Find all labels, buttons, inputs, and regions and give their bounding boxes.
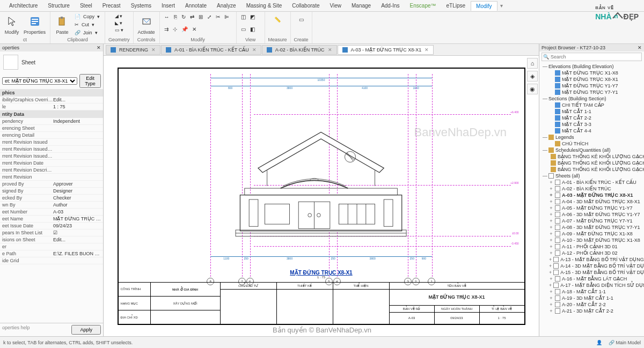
tree-item[interactable]: BẢNG THỐNG KÊ KHỐI LƯỢNG GẠCH ỐNG T... — [541, 160, 643, 166]
view-btn1[interactable]: ◫ — [240, 13, 247, 21]
tree-item[interactable]: —Legends — [541, 134, 643, 140]
nav-wheel-icon[interactable]: ◉ — [527, 84, 538, 94]
tree-item[interactable]: +A-08 - 3D MẶT ĐỨNG TRỤC Y7-Y1 — [541, 224, 643, 231]
tab-steel[interactable]: Steel — [75, 1, 97, 10]
geom-btn3[interactable]: ▭ ▾ — [113, 27, 126, 33]
cat-identity[interactable]: ntity Data — [0, 110, 103, 118]
prop-row[interactable]: erencing Sheet — [0, 125, 103, 132]
tree-twisty-icon[interactable]: + — [549, 270, 552, 275]
copy-button[interactable]: 📄 Copy ▾ — [73, 13, 101, 20]
mod-mirror[interactable]: ⇄ — [189, 13, 195, 21]
mod-scale[interactable]: ⤢ — [206, 13, 213, 21]
prop-value[interactable]: 09/24/23 — [53, 223, 101, 228]
properties-help[interactable]: operties help — [2, 325, 71, 335]
mod-del[interactable]: ✕ — [191, 25, 197, 33]
tree-twisty-icon[interactable]: + — [549, 244, 553, 249]
tab-massing[interactable]: Massing & Site — [241, 1, 287, 10]
tree-item[interactable]: —Elevations (Building Elevation) — [541, 63, 643, 70]
tree-item[interactable]: BẢNG THỐNG KÊ KHỐI LƯỢNG GẠCH ỐNG T... — [541, 166, 643, 173]
prop-value[interactable] — [53, 160, 101, 166]
tree-item[interactable]: MẶT CẮT 3-3 — [541, 121, 643, 128]
doc-tab-a01[interactable]: A-01 - BÌA KIẾN TRÚC - KẾT CẤU✕ — [161, 45, 261, 55]
prop-row[interactable]: le1 : 75 — [0, 103, 103, 110]
mod-rotate[interactable]: ↻ — [180, 13, 187, 21]
tree-twisty-icon[interactable]: + — [549, 257, 552, 262]
status-icon[interactable]: 👤 — [596, 340, 602, 345]
view-btn2[interactable]: ◩ — [249, 13, 256, 21]
tree-twisty-icon[interactable]: + — [549, 238, 553, 243]
tree-twisty-icon[interactable]: + — [549, 212, 553, 217]
cut-button[interactable]: ✂ Cut ▾ — [73, 21, 101, 28]
prop-row[interactable]: isions on SheetEdit... — [0, 236, 103, 243]
tree-item[interactable]: BẢNG THỐNG KÊ KHỐI LƯỢNG GẠCH THẺ T... — [541, 153, 643, 160]
tree-item[interactable]: +A-10 - 3D MẶT ĐỨNG TRỤC X1-X8 — [541, 237, 643, 243]
prop-row[interactable]: rrent Revision Descripti... — [0, 167, 103, 174]
tree-item[interactable]: MẶT ĐỨNG TRỤC Y1-Y7 — [541, 83, 643, 89]
doc-tab-rendering[interactable]: RENDERING✕ — [106, 45, 160, 55]
tree-twisty-icon[interactable]: + — [549, 295, 553, 301]
prop-value[interactable]: Approver — [53, 181, 101, 187]
prop-row[interactable]: rrent Revision Issued — [0, 139, 103, 146]
prop-row[interactable]: rrent Revision Date — [0, 160, 103, 167]
prop-row[interactable]: proved ByApprover — [0, 181, 103, 188]
prop-row[interactable]: rrent Revision Issued By — [0, 146, 103, 153]
tree-item[interactable]: MẶT ĐỨNG TRỤC X1-X8 — [541, 70, 643, 76]
tree-twisty-icon[interactable]: + — [549, 276, 553, 282]
tree-item[interactable]: +A-02 - BÌA KIẾN TRÚC — [541, 186, 643, 192]
tree-twisty-icon[interactable]: + — [549, 231, 553, 236]
tree-twisty-icon[interactable]: — — [543, 96, 547, 101]
tree-twisty-icon[interactable]: — — [543, 147, 547, 153]
tree-item[interactable]: MẶT ĐỨNG TRỤC X8-X1 — [541, 76, 643, 83]
measure-button[interactable]: 📏 — [271, 13, 284, 26]
tree-item[interactable]: +A-05 - MẶT ĐỨNG TRỤC Y1-Y7 — [541, 205, 643, 211]
cat-graphics[interactable]: phics — [0, 89, 103, 97]
tab-expand-icon[interactable]: ▾ — [500, 3, 503, 9]
geom-btn2[interactable]: ◣ ▾ — [113, 20, 126, 26]
apply-button[interactable]: Apply — [71, 325, 101, 335]
tree-item[interactable]: +A-14 - 3D MẶT BẰNG BỐ TRÍ VẬT DỤNG — [541, 263, 643, 269]
tab-modify[interactable]: Modify — [471, 1, 497, 11]
prop-value[interactable] — [53, 174, 101, 180]
prop-value[interactable] — [53, 153, 101, 159]
tree-twisty-icon[interactable]: + — [549, 263, 552, 269]
tree-item[interactable]: +A-06 - 3D MẶT ĐỨNG TRỤC Y1-Y7 — [541, 211, 643, 218]
tree-twisty-icon[interactable]: + — [549, 180, 553, 185]
mod-copy[interactable]: ⎘ — [173, 13, 178, 21]
tab-etlipse[interactable]: eTLipse — [442, 1, 471, 10]
prop-value[interactable]: Author — [53, 202, 101, 208]
tree-item[interactable]: —Sheets (all) — [541, 173, 643, 179]
prop-value[interactable]: E:\Z. FILES BUON BAN\NH... — [53, 251, 101, 256]
prop-value[interactable]: A-03 — [53, 209, 101, 214]
tree-twisty-icon[interactable]: + — [549, 199, 553, 204]
tree-item[interactable]: CHÚ THÍCH — [541, 140, 643, 147]
view-btn3[interactable]: ▭ — [240, 25, 247, 33]
prop-row[interactable]: eet Issue Date09/24/23 — [0, 223, 103, 229]
prop-row[interactable]: erencing Detail — [0, 132, 103, 139]
tree-item[interactable]: —Schedules/Quantities (all) — [541, 147, 643, 153]
join-button[interactable]: 🔗 Join ▾ — [73, 29, 101, 36]
close-icon[interactable]: ✕ — [252, 47, 257, 53]
main-model-button[interactable]: 🔗 Main Model — [609, 340, 641, 345]
paste-button[interactable]: Paste — [54, 13, 71, 36]
tab-insert[interactable]: Insert — [157, 1, 180, 10]
prop-row[interactable]: rrent Revision — [0, 174, 103, 181]
type-selector[interactable]: Sheet — [21, 60, 35, 65]
tree-twisty-icon[interactable]: + — [549, 302, 553, 307]
mod-array[interactable]: ⊞ — [197, 13, 204, 21]
prop-row[interactable]: eet NameMẶT ĐỨNG TRỤC X8-X1 — [0, 216, 103, 223]
prop-row[interactable]: rrent Revision Issued To — [0, 153, 103, 160]
tab-collaborate[interactable]: Collaborate — [287, 1, 324, 10]
mod-pin[interactable]: 📌 — [180, 25, 189, 33]
prop-value[interactable]: MẶT ĐỨNG TRỤC X8-X1 — [53, 216, 101, 221]
prop-row[interactable]: ide Grid — [0, 257, 103, 264]
edit-type-button[interactable]: Edit Type — [79, 74, 101, 88]
prop-value[interactable]: Checker — [53, 195, 101, 201]
tree-twisty-icon[interactable]: — — [543, 135, 547, 140]
tree-twisty-icon[interactable]: + — [549, 308, 553, 314]
browser-search-input[interactable] — [551, 54, 640, 60]
doc-tab-a02[interactable]: A-02 - BÌA KIẾN TRÚC✕ — [262, 45, 337, 55]
tab-enscape[interactable]: Enscape™ — [405, 1, 441, 10]
close-icon[interactable]: ✕ — [151, 47, 156, 53]
view-btn4[interactable]: ◧ — [249, 25, 256, 33]
prop-value[interactable] — [53, 244, 101, 249]
